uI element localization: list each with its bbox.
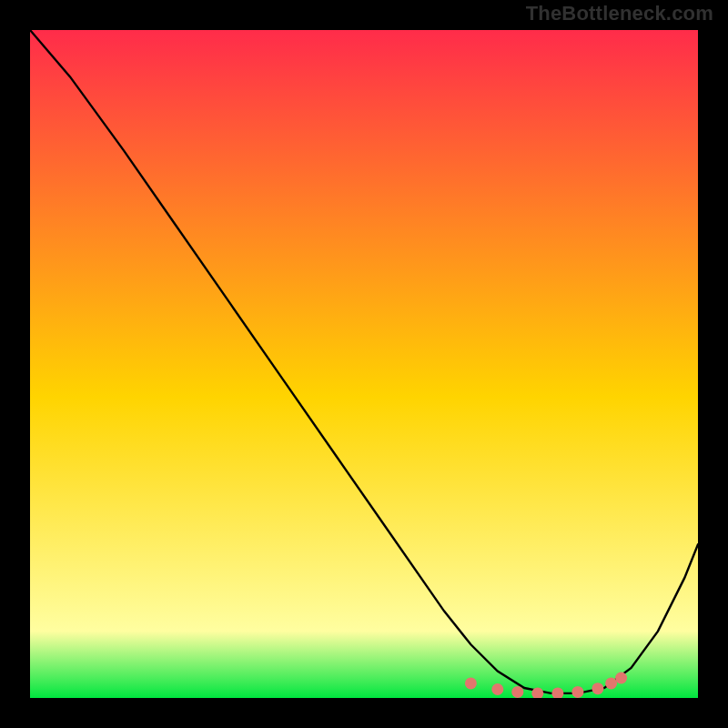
curve-marker [465, 677, 477, 689]
curve-marker [511, 686, 523, 698]
chart-frame: TheBottleneck.com [0, 0, 728, 728]
bottleneck-chart [30, 30, 698, 698]
curve-marker [491, 683, 503, 695]
watermark-text: TheBottleneck.com [526, 2, 713, 25]
curve-marker [615, 672, 627, 684]
curve-marker [605, 677, 617, 689]
curve-marker [571, 686, 583, 698]
gradient-background [30, 30, 698, 698]
curve-marker [592, 682, 603, 694]
